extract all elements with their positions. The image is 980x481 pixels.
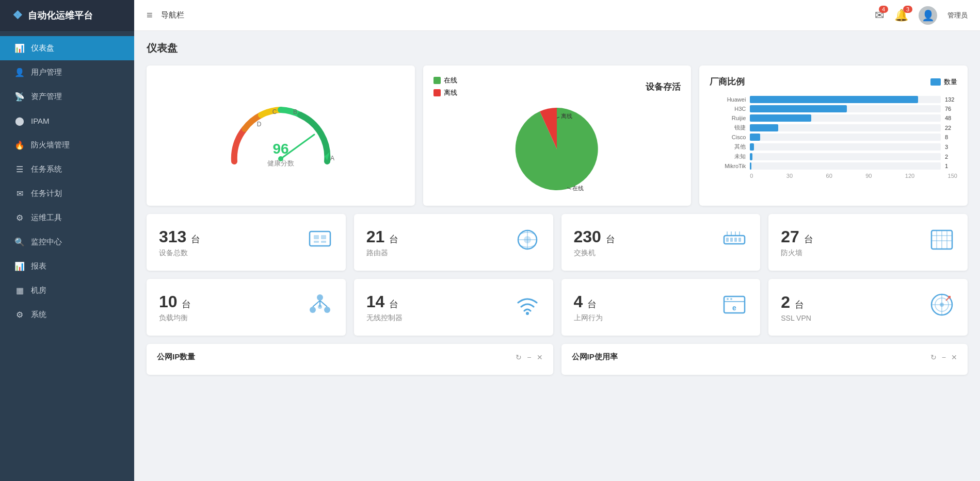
- sidebar-item-asset[interactable]: 📡 资产管理: [0, 85, 134, 109]
- stat-card-负载均衡: 10 台 负载均衡: [147, 279, 346, 336]
- svg-text:D: D: [256, 121, 261, 128]
- bar-value: 1: [945, 163, 957, 169]
- stat-icon-device: [307, 226, 333, 259]
- bottom-card-header: 公网IP使用率 ↻ − ✕: [572, 352, 958, 362]
- sidebar-item-firewall[interactable]: 🔥 防火墙管理: [0, 133, 134, 157]
- gauge-container: D C B A 96 健康分数: [219, 99, 343, 172]
- nav-label-asset: 资产管理: [31, 92, 62, 102]
- stat-label: 负载均衡: [159, 313, 191, 323]
- nav-icon-room: ▦: [14, 286, 25, 295]
- stat-info: 313 台 设备总数: [159, 227, 200, 258]
- stat-card-上网行为: 4 台 上网行为 e: [561, 279, 761, 336]
- bar-row: H3C 76: [710, 105, 957, 112]
- bar-axis-label: 150: [948, 173, 957, 179]
- bar-axis-label: 0: [750, 173, 753, 179]
- bar-label: 其他: [710, 143, 746, 151]
- bar-label: Cisco: [710, 134, 746, 140]
- sidebar-item-system[interactable]: ⚙ 系统: [0, 303, 134, 327]
- legend-item-在线: 在线: [433, 76, 457, 85]
- avatar[interactable]: 👤: [919, 6, 937, 25]
- bar-fill: [750, 96, 918, 103]
- sidebar: ❖ 自动化运维平台 📊 仪表盘 👤 用户管理 📡 资产管理 ⬤ IPAM 🔥 防…: [0, 0, 134, 481]
- bar-value: 132: [945, 96, 957, 103]
- bar-value: 2: [945, 154, 957, 160]
- stat-icon-wifi: [514, 291, 541, 324]
- header-right: ✉ 4 🔔 3 👤 管理员: [875, 6, 968, 25]
- main-area: ≡ 导航栏 ✉ 4 🔔 3 👤 管理员 仪表盘: [134, 0, 980, 481]
- bottom-card-title: 公网IP使用率: [572, 352, 618, 362]
- stat-info: 2 台 SSL VPN: [781, 293, 811, 322]
- svg-point-38: [310, 307, 316, 313]
- sidebar-item-dashboard[interactable]: 📊 仪表盘: [0, 36, 134, 60]
- svg-point-48: [730, 298, 732, 300]
- minimize-icon[interactable]: −: [527, 353, 531, 361]
- sidebar-item-report[interactable]: 📊 报表: [0, 254, 134, 278]
- refresh-icon[interactable]: ↻: [930, 353, 937, 361]
- sidebar-item-task[interactable]: ☰ 任务系统: [0, 157, 134, 181]
- svg-rect-14: [314, 235, 319, 239]
- bar-row: 锐捷 22: [710, 124, 957, 131]
- sidebar-item-monitor[interactable]: 🔍 监控中心: [0, 230, 134, 254]
- stat-info: 14 台 无线控制器: [366, 292, 403, 323]
- stat-info: 27 台 防火墙: [781, 227, 813, 258]
- bar-label: MikroTik: [710, 163, 746, 169]
- header-left: ≡ 导航栏: [147, 9, 184, 21]
- header: ≡ 导航栏 ✉ 4 🔔 3 👤 管理员: [134, 0, 980, 31]
- content-area: 仪表盘: [134, 31, 980, 481]
- bar-axis: 0306090120150: [710, 173, 957, 179]
- nav-label: 导航栏: [161, 10, 184, 20]
- stat-count: 27 台: [781, 227, 813, 246]
- stat-info: 4 台 上网行为: [574, 292, 603, 323]
- sidebar-item-user[interactable]: 👤 用户管理: [0, 60, 134, 85]
- svg-rect-23: [726, 238, 729, 242]
- gauge-card: D C B A 96 健康分数: [147, 65, 415, 206]
- refresh-icon[interactable]: ↻: [516, 353, 522, 361]
- bar-value: 76: [945, 106, 957, 112]
- svg-rect-17: [321, 241, 326, 243]
- bar-axis-label: 90: [865, 173, 872, 179]
- bar-value: 48: [945, 115, 957, 121]
- bar-row: Huawei 132: [710, 96, 957, 103]
- sidebar-item-ops[interactable]: ⚙ 运维工具: [0, 206, 134, 230]
- stats-row-2: 10 台 负载均衡 14 台 无线控制器 4 台 上网行为 e 2 台 SSL …: [147, 279, 968, 336]
- bar-track: [750, 96, 941, 103]
- stats-row-1: 313 台 设备总数 21 台 路由器 230 台 交换机 27 台 防火墙: [147, 214, 968, 271]
- bottom-card-controls: ↻ − ✕: [930, 353, 957, 361]
- svg-rect-25: [734, 238, 737, 242]
- sidebar-item-taskplan[interactable]: ✉ 任务计划: [0, 181, 134, 206]
- stat-icon-switch: [721, 226, 748, 259]
- bar-track: [750, 105, 941, 112]
- svg-text:健康分数: 健康分数: [267, 159, 294, 167]
- hamburger-icon[interactable]: ≡: [147, 9, 153, 21]
- bar-label: Huawei: [710, 96, 746, 103]
- bar-fill: [750, 134, 760, 141]
- nav-icon-dashboard: 📊: [14, 43, 25, 53]
- bar-track: [750, 114, 941, 122]
- stat-count: 14 台: [366, 292, 403, 311]
- svg-text:在线: 在线: [572, 185, 584, 191]
- svg-rect-26: [738, 238, 741, 242]
- legend-label: 在线: [444, 76, 457, 85]
- svg-text:96: 96: [272, 141, 288, 157]
- close-icon[interactable]: ✕: [951, 353, 957, 361]
- nav-label-firewall: 防火墙管理: [31, 140, 70, 150]
- stat-label: 路由器: [366, 248, 398, 258]
- bell-button[interactable]: 🔔 3: [894, 9, 908, 22]
- stat-unit: 台: [191, 234, 200, 244]
- stat-info: 230 台 交换机: [574, 227, 615, 258]
- sidebar-item-room[interactable]: ▦ 机房: [0, 278, 134, 303]
- bottom-row: 公网IP数量 ↻ − ✕ 公网IP使用率 ↻ − ✕: [147, 344, 968, 375]
- nav-label-user: 用户管理: [31, 68, 62, 77]
- close-icon[interactable]: ✕: [537, 353, 543, 361]
- stat-label: SSL VPN: [781, 314, 811, 322]
- bar-chart-body: Huawei 132 H3C 76 Ruijie 48 锐捷 22 Cisco …: [710, 96, 957, 170]
- minimize-icon[interactable]: −: [942, 353, 946, 361]
- sidebar-item-ipam[interactable]: ⬤ IPAM: [0, 109, 134, 133]
- bar-row: Ruijie 48: [710, 114, 957, 122]
- mail-button[interactable]: ✉ 4: [875, 9, 884, 22]
- app-logo[interactable]: ❖ 自动化运维平台: [0, 0, 134, 31]
- bar-track: [750, 134, 941, 141]
- user-name[interactable]: 管理员: [947, 11, 968, 20]
- bottom-card-header: 公网IP数量 ↻ − ✕: [157, 352, 543, 362]
- nav-label-task: 任务系统: [31, 164, 62, 174]
